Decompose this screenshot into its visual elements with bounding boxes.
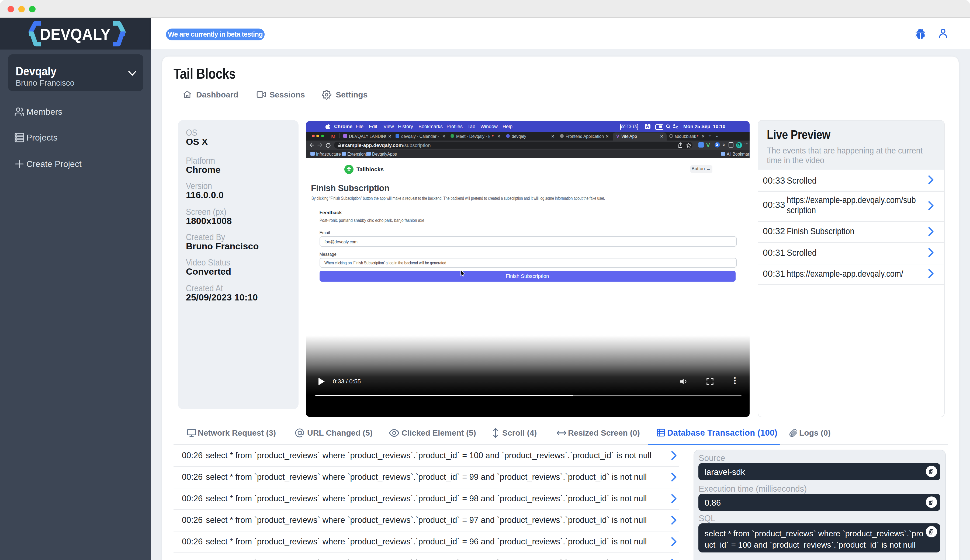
svg-text:DEVQALY: DEVQALY (40, 25, 110, 43)
